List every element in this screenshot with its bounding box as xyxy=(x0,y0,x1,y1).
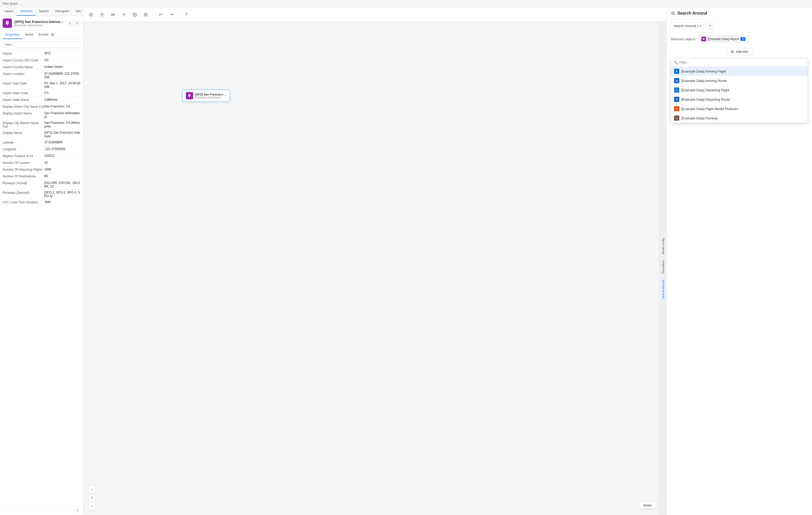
svg-line-17 xyxy=(674,14,674,15)
dropdown-panel: 🔍 ✈ [Example Data] Arriving Flight ⊞ [Ex… xyxy=(671,58,808,123)
node-icon xyxy=(3,19,12,28)
title-dots: ... xyxy=(19,2,21,5)
side-tab-model-config[interactable]: Model config xyxy=(661,235,666,257)
property-row: Display Airport City Name FullSan Franci… xyxy=(0,103,83,110)
zoom-out-button[interactable]: − xyxy=(88,503,96,510)
property-row: AirportSFO xyxy=(0,51,83,57)
undo-button[interactable]: ↩ xyxy=(156,10,165,19)
add-link-icon xyxy=(730,50,734,54)
dropdown-item-runway[interactable]: ⊡ [Example Data] Runway xyxy=(671,113,808,123)
node-center-button[interactable]: ⊙ xyxy=(67,20,73,26)
dropdown-filter-input[interactable] xyxy=(671,58,808,67)
node-export-button[interactable]: ⊡ xyxy=(74,20,80,26)
dropdown-item-icon: ⊗ xyxy=(674,106,679,111)
events-badge: 0 xyxy=(50,33,55,36)
side-tab-simulation[interactable]: Simulation xyxy=(661,257,666,277)
canvas-node-text: [SFO] San Francisco ... [Example Data] A… xyxy=(195,93,226,99)
dropdown-item-icon: ⊡ xyxy=(674,116,679,121)
filter-row xyxy=(0,39,83,51)
property-row: Longitude-122.37555556 xyxy=(0,146,83,153)
search-around-toolbar: Search Around 1 ▾ + xyxy=(667,20,812,32)
dropdown-container: 🔍 ✈ [Example Data] Arriving Flight ⊞ [Ex… xyxy=(671,58,808,123)
property-row: UTC Local Time Variation-800 xyxy=(0,199,83,206)
property-row: Number Of Carriers10 xyxy=(0,160,83,166)
property-row: Airport Location37.61888889,-122.3755555… xyxy=(0,71,83,80)
title-bar: New graph ... xyxy=(0,0,812,7)
dropdown-item-label: [Example Data] Arriving Flight xyxy=(682,69,726,73)
help-button[interactable]: ? xyxy=(182,10,191,19)
dropdown-items-list: ✈ [Example Data] Arriving Flight ⊞ [Exam… xyxy=(671,67,808,123)
canvas-node-subtitle: [Example Data] Airport xyxy=(195,96,226,99)
property-row: Display City Market Name FullSan Francis… xyxy=(0,120,83,130)
selected-count-badge: 1 xyxy=(741,37,745,41)
tab-bar: Layers Selection Search Histogram Info « xyxy=(0,7,83,16)
node-header: [SFO] San Francisco Internatio... [Examp… xyxy=(0,16,83,31)
graph-canvas[interactable]: [SFO] San Francisco ... [Example Data] A… xyxy=(83,22,666,515)
canvas-node[interactable]: [SFO] San Francisco ... [Example Data] A… xyxy=(182,89,230,102)
dropdown-item-label: [Example Data] Arriving Route xyxy=(682,79,727,83)
left-panel: Layers Selection Search Histogram Info «… xyxy=(0,7,83,515)
properties-filter-input[interactable] xyxy=(3,41,80,48)
link-tool-button[interactable] xyxy=(108,10,118,19)
svg-rect-3 xyxy=(113,14,115,15)
dropdown-item-icon: ✈ xyxy=(674,69,679,74)
canvas-node-icon xyxy=(186,92,193,99)
dropdown-item-arriving-route[interactable]: ⊞ [Example Data] Arriving Route xyxy=(671,76,808,85)
fit-view-button[interactable]: ⤡ xyxy=(88,486,96,493)
dropdown-filter-wrap: 🔍 xyxy=(671,58,808,67)
tab-layers[interactable]: Layers xyxy=(1,7,17,16)
selected-objects-label: Selected objects xyxy=(671,37,695,41)
tab-info[interactable]: Info xyxy=(72,7,84,16)
node-subtitle: [Example Data] Airport xyxy=(14,24,64,27)
dropdown-item-departing-flight[interactable]: ✈ [Example Data] Departing Flight xyxy=(671,85,808,95)
transform-tool-button[interactable] xyxy=(97,10,107,19)
side-tabs: Model config Simulation Search Around xyxy=(660,22,666,515)
sub-tab-series[interactable]: Series xyxy=(22,31,36,39)
right-panel: Search Around Search Around 1 ▾ + Select… xyxy=(666,7,812,515)
dropdown-item-departing-route[interactable]: ⊞ [Example Data] Departing Route xyxy=(671,95,808,104)
side-tab-search-around[interactable]: Search Around xyxy=(661,277,666,302)
property-row: Airport State NameCalifornia xyxy=(0,97,83,103)
add-search-button[interactable]: + xyxy=(706,22,713,29)
select-tool-button[interactable] xyxy=(86,10,96,19)
add-link-row: Add link xyxy=(667,46,812,55)
svg-rect-2 xyxy=(111,14,112,15)
property-row: Display Name[SFO] San Francisco Internat… xyxy=(0,130,83,140)
sub-tab-events[interactable]: Events 0 xyxy=(36,31,58,39)
tab-histogram[interactable]: Histogram xyxy=(52,7,72,16)
expand-tool-button[interactable] xyxy=(119,10,128,19)
property-row: Airport Country NameUnited States xyxy=(0,64,83,71)
sub-tab-properties[interactable]: Properties xyxy=(3,31,22,39)
node-title-block: [SFO] San Francisco Internatio... [Examp… xyxy=(14,20,64,27)
property-row: Airport State CodeCA xyxy=(0,90,83,97)
property-row: Number Of Destinations86 xyxy=(0,173,83,180)
property-row: Latitude37.61888889 xyxy=(0,140,83,146)
add-property-button[interactable]: + xyxy=(75,508,80,513)
dropdown-item-label: [Example Data] Departing Route xyxy=(682,97,730,101)
add-link-button[interactable]: Add link xyxy=(726,48,752,55)
redo-button[interactable]: ↪ xyxy=(167,10,176,19)
tab-selection[interactable]: Selection xyxy=(17,7,36,16)
svg-point-1 xyxy=(91,14,92,15)
app-container: New graph ... Layers Selection Search Hi… xyxy=(0,0,812,515)
canvas-node-title: [SFO] San Francisco ... xyxy=(195,93,226,96)
dropdown-item-label: [Example Data] Runway xyxy=(682,116,718,120)
dropdown-item-icon: ⊞ xyxy=(674,78,679,83)
dropdown-item-label: [Example Data] Departing Flight xyxy=(682,88,729,92)
node-actions: ⊙ ⊡ xyxy=(67,20,80,26)
erase-tool-button[interactable] xyxy=(130,10,140,19)
series-button[interactable]: Series xyxy=(639,502,656,509)
search-around-selector[interactable]: Search Around 1 ▾ xyxy=(671,22,704,29)
title-text: New graph xyxy=(3,2,18,5)
clear-tool-button[interactable] xyxy=(141,10,150,19)
sub-tabs: Properties Series Events 0 xyxy=(0,31,83,39)
center-area: ↩ ↪ ? [SFO] San Francisco ... [Example D… xyxy=(83,7,666,515)
dropdown-item-arriving-flight[interactable]: ✈ [Example Data] Arriving Flight xyxy=(671,67,808,76)
right-panel-title: Search Around xyxy=(677,11,707,16)
zoom-in-button[interactable]: + xyxy=(88,494,96,502)
tab-search[interactable]: Search xyxy=(36,7,52,16)
property-row: Airport Country ISO CodeUS xyxy=(0,57,83,64)
toolbar-divider-2 xyxy=(179,11,179,18)
dropdown-item-flight-model[interactable]: ⊗ [Example Data] Flight Model Features xyxy=(671,104,808,113)
svg-point-5 xyxy=(123,14,124,15)
